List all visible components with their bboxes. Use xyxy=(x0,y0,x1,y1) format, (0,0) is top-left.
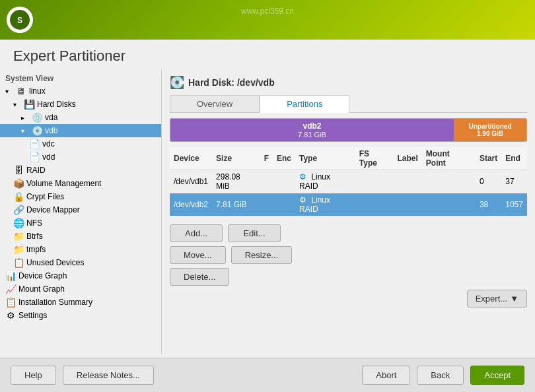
sidebar-item-label: tmpfs xyxy=(26,245,46,254)
cell-end: 37 xyxy=(501,170,527,193)
resize-button[interactable]: Resize... xyxy=(231,246,293,264)
sidebar-item-label: Settings xyxy=(18,311,47,320)
sidebar-item-raid[interactable]: 🗄 RAID xyxy=(0,164,161,177)
watermark-text: www.pci359.cn xyxy=(0,7,535,16)
tab-overview[interactable]: Overview xyxy=(170,95,260,112)
table-row[interactable]: /dev/vdb2 7.81 GiB ⚙ Linux RAID 38 1057 xyxy=(170,193,527,216)
partition-icon: 📄 xyxy=(29,139,40,149)
col-mount-point: Mount Point xyxy=(422,147,476,170)
sidebar-item-vdb[interactable]: ▾ 💿 vdb xyxy=(0,124,161,137)
content-area: 💽 Hard Disk: /dev/vdb Overview Partition… xyxy=(162,70,535,354)
tab-partitions[interactable]: Partitions xyxy=(260,95,349,113)
back-button[interactable]: Back xyxy=(417,366,464,385)
tmpfs-icon: 📁 xyxy=(13,244,24,255)
sidebar-item-vdd[interactable]: 📄 vdd xyxy=(0,150,161,164)
dropdown-arrow-icon: ▼ xyxy=(510,294,518,304)
table-row[interactable]: /dev/vdb1 298.08 MiB ⚙ Linux RAID 0 37 xyxy=(170,170,527,193)
partition-main-size: 7.81 GiB xyxy=(298,131,326,139)
accept-button[interactable]: Accept xyxy=(470,366,524,385)
sidebar-item-label: Volume Management xyxy=(26,179,101,188)
sidebar-item-device-mapper[interactable]: 🔗 Device Mapper xyxy=(0,203,161,216)
cell-f xyxy=(260,193,273,216)
button-row-2: Move... Resize... xyxy=(170,246,527,264)
sidebar-item-device-graph[interactable]: 📊 Device Graph xyxy=(0,269,161,282)
sidebar-section-label: System View xyxy=(0,73,161,84)
settings-icon: ⚙ xyxy=(5,310,16,321)
expert-button[interactable]: Expert... ▼ xyxy=(467,290,527,308)
cell-type: ⚙ Linux RAID xyxy=(295,193,355,216)
col-end: End xyxy=(501,147,527,170)
sidebar: System View ▾ 🖥 linux ▾ 💾 Hard Disks ▸ 💿… xyxy=(0,70,162,354)
sidebar-item-hard-disks[interactable]: ▾ 💾 Hard Disks xyxy=(0,98,161,111)
cell-mount-point xyxy=(422,193,476,216)
unalloc-size: 1.90 GiB xyxy=(477,130,503,137)
sidebar-item-btrfs[interactable]: 📁 Btrfs xyxy=(0,230,161,243)
sidebar-item-mount-graph[interactable]: 📈 Mount Graph xyxy=(0,282,161,296)
sidebar-item-installation-summary[interactable]: 📋 Installation Summary xyxy=(0,296,161,309)
raid-icon: 🗄 xyxy=(13,165,24,176)
sidebar-item-crypt-files[interactable]: 🔒 Crypt Files xyxy=(0,190,161,203)
release-notes-button[interactable]: Release Notes... xyxy=(63,366,154,385)
move-button[interactable]: Move... xyxy=(170,246,226,264)
svg-text:S: S xyxy=(17,16,22,25)
sidebar-item-unused-devices[interactable]: 📋 Unused Devices xyxy=(0,256,161,269)
cell-start: 38 xyxy=(476,193,501,216)
chevron-icon: ▾ xyxy=(13,101,21,108)
sidebar-item-label: vdb xyxy=(45,126,57,135)
button-row-3: Delete... xyxy=(170,268,527,286)
sidebar-item-label: Crypt Files xyxy=(26,192,64,201)
cell-label xyxy=(393,193,421,216)
summary-icon: 📋 xyxy=(5,297,16,308)
logo-circle: S xyxy=(7,7,33,33)
partition-table: Device Size F Enc Type FS Type Label Mou… xyxy=(170,147,527,216)
mount-graph-icon: 📈 xyxy=(5,284,16,294)
add-button[interactable]: Add... xyxy=(170,224,223,242)
sidebar-item-vda[interactable]: ▸ 💿 vda xyxy=(0,111,161,124)
edit-button[interactable]: Edit... xyxy=(228,224,281,242)
sidebar-item-volume-management[interactable]: 📦 Volume Management xyxy=(0,177,161,190)
disk-partition-unalloc: Unpartitioned 1.90 GiB xyxy=(454,119,526,141)
sidebar-item-label: vdc xyxy=(42,139,55,148)
crypt-icon: 🔒 xyxy=(13,191,24,202)
expert-btn-area: Expert... ▼ xyxy=(170,290,527,308)
col-fs-type: FS Type xyxy=(355,147,394,170)
sidebar-item-settings[interactable]: ⚙ Settings xyxy=(0,309,161,322)
sidebar-item-vdc[interactable]: 📄 vdc xyxy=(0,137,161,150)
cell-enc xyxy=(273,170,295,193)
disk-partition-main[interactable]: vdb2 7.81 GiB xyxy=(170,119,454,141)
chevron-icon: ▸ xyxy=(21,114,29,121)
graph-icon: 📊 xyxy=(5,271,16,281)
logo: S xyxy=(7,7,33,33)
sidebar-item-nfs[interactable]: 🌐 NFS xyxy=(0,216,161,230)
disk-icon: 💾 xyxy=(24,99,34,110)
delete-button[interactable]: Delete... xyxy=(170,268,229,286)
sidebar-item-label: RAID xyxy=(26,166,46,175)
sidebar-item-label: NFS xyxy=(26,218,42,228)
cell-f xyxy=(260,170,273,193)
sidebar-item-linux[interactable]: ▾ 🖥 linux xyxy=(0,84,161,98)
linux-raid-icon: ⚙ xyxy=(299,172,306,181)
col-enc: Enc xyxy=(273,147,295,170)
sidebar-item-label: Mount Graph xyxy=(18,284,65,294)
cell-size: 298.08 MiB xyxy=(212,170,260,193)
page-title-bar: Expert Partitioner xyxy=(0,40,535,70)
chevron-icon: ▾ xyxy=(5,88,13,95)
sidebar-item-label: Unused Devices xyxy=(26,258,84,267)
sidebar-item-label: linux xyxy=(29,86,46,96)
abort-button[interactable]: Abort xyxy=(362,366,410,385)
button-row-1: Add... Edit... xyxy=(170,224,527,242)
help-button[interactable]: Help xyxy=(11,366,56,385)
sidebar-item-label: Device Graph xyxy=(18,271,67,280)
tab-bar: Overview Partitions xyxy=(170,95,527,113)
sidebar-item-label: Installation Summary xyxy=(18,298,92,307)
expert-label: Expert... xyxy=(476,294,507,304)
cell-start: 0 xyxy=(476,170,501,193)
cell-device: /dev/vdb2 xyxy=(170,193,212,216)
main-layout: System View ▾ 🖥 linux ▾ 💾 Hard Disks ▸ 💿… xyxy=(0,70,535,354)
disk-visual: vdb2 7.81 GiB Unpartitioned 1.90 GiB xyxy=(170,118,527,142)
cell-device: /dev/vdb1 xyxy=(170,170,212,193)
mapper-icon: 🔗 xyxy=(13,205,24,215)
sidebar-item-tmpfs[interactable]: 📁 tmpfs xyxy=(0,243,161,256)
computer-icon: 🖥 xyxy=(16,86,26,96)
unalloc-label: Unpartitioned xyxy=(469,123,512,130)
